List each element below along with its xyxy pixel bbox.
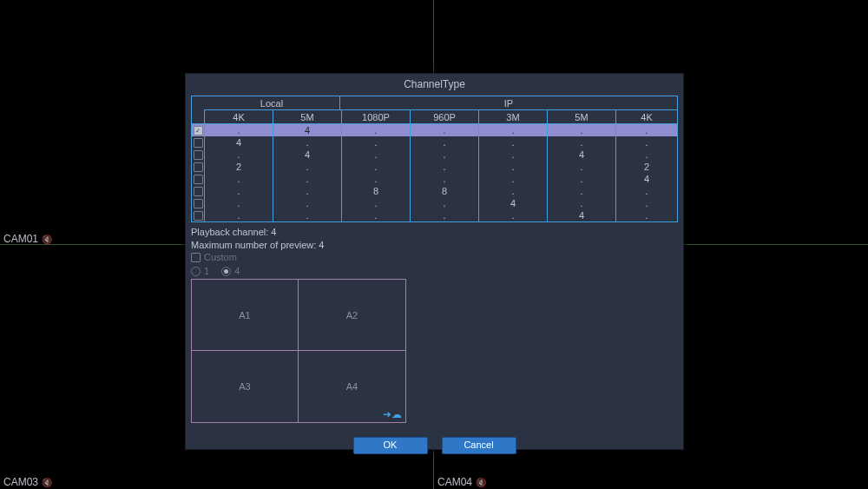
col-header[interactable]: 4K	[616, 110, 677, 124]
table-cell: .	[548, 173, 616, 185]
col-header[interactable]: 5M	[273, 110, 342, 124]
table-row[interactable]: ....4..	[192, 197, 677, 209]
row-checkbox[interactable]	[194, 162, 203, 172]
table-cell: .	[548, 197, 616, 209]
table-cell: .	[616, 209, 677, 221]
preview-grid: A1 A2 A3 A4 ➜☁	[191, 279, 406, 423]
row-checkbox[interactable]	[194, 138, 203, 148]
table-cell: .	[616, 136, 677, 149]
col-header[interactable]: 5M	[548, 110, 616, 124]
row-checkbox[interactable]	[194, 187, 203, 196]
table-cell: .	[548, 161, 616, 173]
camera-label-cam03: CAM03 🔇	[3, 476, 52, 488]
table-cell: .	[342, 149, 411, 161]
custom-checkbox-row[interactable]: Custom	[191, 252, 678, 262]
radio-dot	[221, 267, 231, 276]
table-cell: .	[205, 173, 273, 185]
table-cell: 4	[616, 173, 677, 185]
table-cell: .	[273, 173, 342, 185]
group-header-ip: IP	[340, 96, 677, 110]
channel-type-dialog: ChannelType Local IP 4K 5M 1080P 960P 3M…	[185, 73, 684, 450]
radio-option-1[interactable]: 1	[191, 266, 209, 276]
table-cell: .	[548, 185, 616, 197]
table-footer-info: Playback channel: 4 Maximum number of pr…	[191, 226, 678, 262]
table-cell: .	[342, 197, 411, 209]
table-cell: .	[479, 161, 548, 173]
row-checkbox[interactable]	[194, 150, 203, 160]
row-checkbox[interactable]: ✓	[194, 126, 203, 135]
cancel-button[interactable]: Cancel	[442, 437, 516, 454]
ok-button[interactable]: OK	[353, 437, 428, 454]
table-cell: 4	[548, 149, 616, 161]
table-cell: .	[479, 173, 548, 185]
radio-option-4[interactable]: 4	[221, 266, 240, 276]
table-cell: 4	[479, 197, 548, 209]
table-cell: .	[273, 161, 342, 173]
cloud-sync-icon[interactable]: ➜☁	[383, 408, 402, 420]
camera-name-text: CAM04	[437, 476, 472, 488]
dialog-title: ChannelType	[186, 74, 683, 96]
table-cell: .	[411, 173, 479, 185]
preview-cell-a2[interactable]: A2	[299, 280, 405, 351]
radio-label: 4	[234, 266, 240, 276]
table-cell: .	[205, 209, 273, 221]
table-header-cols: 4K 5M 1080P 960P 3M 5M 4K	[192, 110, 677, 124]
table-row[interactable]: ......4	[192, 173, 677, 185]
table-row[interactable]: 2.....2	[192, 161, 677, 173]
table-cell: .	[205, 197, 273, 209]
table-row[interactable]: 4......	[192, 136, 677, 149]
preview-layout-radio-group: 1 4	[191, 266, 678, 276]
table-cell: .	[479, 209, 548, 221]
camera-label-cam04: CAM04 🔇	[437, 476, 486, 488]
dialog-button-row: OK Cancel	[186, 437, 683, 454]
camera-name-text: CAM01	[3, 233, 38, 245]
col-header[interactable]: 1080P	[342, 110, 411, 124]
table-cell: .	[273, 136, 342, 149]
table-cell: .	[411, 209, 479, 221]
speaker-muted-icon: 🔇	[476, 478, 486, 487]
speaker-muted-icon: 🔇	[42, 478, 52, 487]
table-cell: .	[273, 197, 342, 209]
table-cell: 4	[548, 209, 616, 221]
max-preview-label: Maximum number of preview: 4	[191, 239, 678, 252]
table-cell: .	[411, 197, 479, 209]
row-checkbox[interactable]	[194, 175, 203, 184]
table-cell: .	[479, 185, 548, 197]
table-cell: .	[548, 136, 616, 149]
table-cell: .	[479, 136, 548, 149]
table-cell: 4	[273, 124, 342, 136]
table-cell: 2	[616, 161, 677, 173]
camera-name-text: CAM03	[3, 476, 38, 488]
table-cell: .	[205, 124, 273, 136]
preview-cell-a1[interactable]: A1	[192, 280, 299, 351]
table-cell: 8	[342, 185, 411, 197]
table-row[interactable]: .4...4.	[192, 149, 677, 161]
radio-label: 1	[204, 266, 209, 276]
table-row[interactable]: ✓.4.....	[192, 124, 677, 136]
col-header[interactable]: 3M	[479, 110, 548, 124]
custom-label: Custom	[204, 252, 237, 262]
table-cell: 8	[411, 185, 479, 197]
table-cell: .	[616, 149, 677, 161]
table-row[interactable]: ..88...	[192, 185, 677, 197]
custom-checkbox[interactable]	[191, 253, 201, 262]
table-cell: .	[342, 209, 411, 221]
table-cell: .	[273, 209, 342, 221]
preview-cell-a3[interactable]: A3	[192, 351, 299, 422]
table-cell: .	[616, 185, 677, 197]
table-row[interactable]: .....4.	[192, 209, 677, 221]
col-header[interactable]: 4K	[205, 110, 273, 124]
table-cell: 4	[273, 149, 342, 161]
col-header[interactable]: 960P	[411, 110, 479, 124]
playback-channel-label: Playback channel: 4	[191, 226, 678, 239]
table-cell: .	[411, 149, 479, 161]
group-header-local: Local	[204, 96, 340, 110]
row-checkbox[interactable]	[194, 199, 203, 208]
table-cell: .	[205, 149, 273, 161]
table-cell: 2	[205, 161, 273, 173]
speaker-muted-icon: 🔇	[42, 235, 52, 244]
table-cell: .	[411, 161, 479, 173]
row-checkbox[interactable]	[194, 211, 203, 221]
table-cell: .	[342, 124, 411, 136]
table-cell: .	[616, 197, 677, 209]
